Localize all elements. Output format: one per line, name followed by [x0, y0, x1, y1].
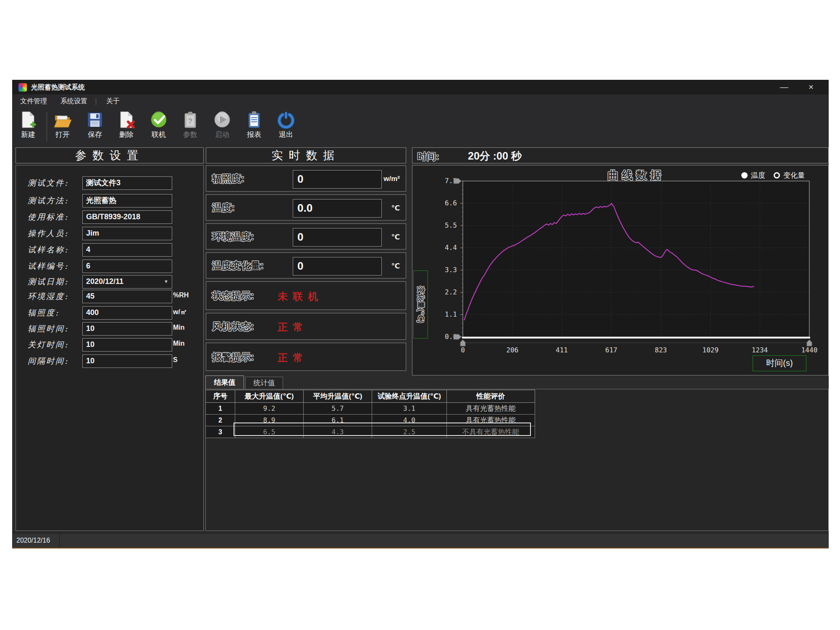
reading-label: 辐照度:	[212, 172, 244, 185]
status-bar: 2020/12/16	[13, 533, 828, 548]
x-axis-handle[interactable]	[460, 340, 465, 346]
results-cell: 具有光蓄热性能	[447, 403, 535, 415]
toolbar-button-label: 报表	[239, 130, 270, 139]
param-label: 测试日期:	[28, 276, 68, 287]
results-cell: 4.3	[304, 426, 372, 438]
params-panel: 测试文件:测试文件3测试方法:光照蓄热使用标准:GB/T8939-2018操作人…	[16, 165, 204, 531]
param-input[interactable]: 光照蓄热	[82, 194, 172, 207]
realtime-reading-row: 温度变化量:0℃	[206, 252, 406, 278]
toolbar-button-退出[interactable]: 退出	[270, 110, 302, 145]
results-col-header: 平均升温值(℃)	[304, 390, 372, 403]
param-input[interactable]: 2020/12/11▼	[82, 275, 172, 289]
menu-item-2[interactable]: 关于	[106, 94, 120, 108]
x-tick-label: 1440	[801, 346, 818, 354]
param-field-row: 试样名称:4	[16, 243, 203, 256]
reading-label: 温度变化量:	[212, 259, 264, 272]
y-tick-label: 3.3	[445, 266, 457, 274]
app-window: 光照蓄热测试系统 — × 文件管理系统设置关于 新建打开保存删除联机?参数启动报…	[12, 80, 829, 549]
toolbar-button-打开[interactable]: 打开	[47, 110, 78, 145]
toolbar-button-label: 联机	[143, 130, 174, 139]
results-cell: 不具有光蓄热性能	[447, 426, 535, 438]
toolbar-button-删除[interactable]: 删除	[111, 110, 142, 145]
reading-value-box: 0.0	[293, 199, 382, 218]
param-input[interactable]: 测试文件3	[82, 176, 172, 190]
save-floppy-icon	[86, 110, 104, 129]
param-input[interactable]: GB/T8939-2018	[82, 210, 172, 224]
param-field-row: 测试方法:光照蓄热	[16, 194, 203, 207]
param-field-row: 关灯时间:10Min	[16, 338, 203, 351]
results-cell: 8.9	[235, 415, 304, 426]
param-input[interactable]: 10	[82, 338, 172, 352]
reading-value-box: 0	[293, 257, 382, 276]
x-tick-label: 823	[655, 346, 667, 354]
y-axis-handle[interactable]	[454, 334, 461, 339]
y-axis-handle[interactable]	[454, 178, 461, 184]
param-input[interactable]: 10	[82, 322, 172, 336]
results-row[interactable]: 36.54.32.5不具有光蓄热性能	[206, 426, 535, 438]
toolbar-button-label: 保存	[79, 130, 110, 139]
menu-bar: 文件管理系统设置关于	[13, 94, 828, 108]
param-input[interactable]: 10	[82, 354, 172, 368]
param-field-row: 使用标准:GB/T8939-2018	[16, 210, 203, 223]
param-field-row: 环境湿度:45%RH	[16, 290, 203, 302]
toolbar-button-label: 启动	[207, 130, 238, 139]
param-label: 测试文件:	[28, 178, 68, 189]
tab-results[interactable]: 结果值	[205, 375, 244, 389]
realtime-status-row: 状态提示:未联机	[206, 281, 406, 310]
close-button[interactable]: ×	[801, 80, 821, 94]
results-cell: 3	[206, 426, 235, 438]
param-label: 辐照度:	[28, 307, 59, 318]
param-unit: %RH	[173, 291, 189, 299]
param-label: 测试方法:	[28, 195, 68, 206]
y-tick-label: 5.5	[445, 221, 457, 229]
param-unit: Min	[173, 324, 185, 331]
param-input[interactable]: 6	[82, 260, 172, 273]
menu-separator	[96, 98, 96, 105]
toolbar-button-label: 参数	[175, 130, 206, 139]
param-label: 试样名称:	[28, 244, 68, 255]
y-tick-label: 2.2	[445, 288, 457, 296]
param-input[interactable]: 4	[82, 243, 172, 257]
window-title: 光照蓄热测试系统	[31, 83, 85, 92]
param-field-row: 测试文件:测试文件3	[16, 176, 203, 189]
menu-item-0[interactable]: 文件管理	[20, 94, 47, 108]
toolbar-button-保存[interactable]: 保存	[79, 110, 110, 145]
reading-unit: ℃	[391, 204, 400, 213]
delete-file-icon	[117, 110, 136, 129]
reading-unit: w/m²	[383, 175, 400, 183]
title-bar: 光照蓄热测试系统 — ×	[13, 80, 828, 94]
dropdown-arrow-icon[interactable]: ▼	[164, 276, 168, 287]
realtime-reading-row: 环境温度:0℃	[206, 223, 406, 249]
svg-text:?: ?	[188, 117, 192, 125]
toolbar-button-新建[interactable]: 新建	[13, 110, 44, 145]
x-tick-label: 0	[461, 346, 465, 354]
start-play-icon	[213, 110, 231, 129]
status-label: 状态提示:	[212, 289, 254, 302]
param-label: 关灯时间:	[28, 339, 68, 350]
y-tick-label: 1.1	[445, 310, 457, 318]
results-cell: 9.2	[235, 403, 304, 415]
realtime-reading-row: 辐照度:0w/m²	[206, 165, 406, 192]
results-col-header: 序号	[206, 390, 235, 403]
realtime-status-row: 风机状态:正常	[206, 313, 406, 340]
results-row[interactable]: 19.25.73.1具有光蓄热性能	[206, 403, 535, 415]
toolbar-button-label: 新建	[13, 130, 44, 139]
x-axis-handle[interactable]	[807, 340, 812, 346]
results-col-header: 试验终点升温值(℃)	[372, 390, 447, 403]
tab-statistics[interactable]: 统计值	[245, 377, 283, 389]
reading-unit: ℃	[391, 262, 400, 270]
toolbar-button-联机[interactable]: 联机	[143, 110, 174, 145]
param-label: 间隔时间:	[28, 356, 68, 367]
results-row[interactable]: 28.96.14.0具有光蓄热性能	[206, 415, 535, 426]
realtime-panel-header: 实时数据	[206, 147, 406, 163]
results-cell: 5.7	[304, 403, 372, 415]
param-input[interactable]: 45	[82, 290, 172, 303]
toolbar-button-label: 删除	[111, 130, 142, 139]
minimize-button[interactable]: —	[774, 80, 794, 94]
param-input[interactable]: Jim	[82, 227, 172, 240]
status-label: 风机状态:	[212, 320, 254, 333]
menu-item-1[interactable]: 系统设置	[60, 94, 87, 108]
param-input[interactable]: 400	[82, 306, 172, 320]
curve-chart-panel: 曲线数据 温度变化量 0.01.12.23.34.45.56.67.702064…	[412, 165, 829, 375]
toolbar-button-报表[interactable]: 报表	[239, 110, 270, 145]
